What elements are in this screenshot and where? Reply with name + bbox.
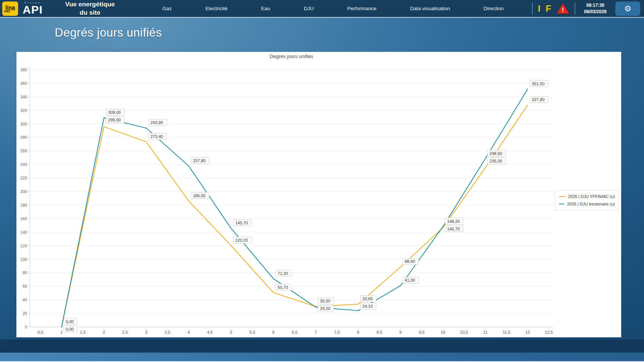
- y-axis-label: 380: [20, 67, 27, 72]
- legend-swatch: [559, 196, 566, 197]
- api-logo-text: API: [23, 3, 43, 16]
- header-divider: [575, 3, 575, 15]
- y-axis-label: 80: [23, 270, 27, 275]
- data-label: 145,70: [235, 221, 248, 225]
- data-label: 61,00: [405, 278, 415, 282]
- data-label: 186,00: [193, 193, 206, 198]
- date-display: 06/03/2026: [581, 9, 610, 15]
- warning-icon[interactable]: !: [556, 3, 569, 14]
- y-axis-label: 320: [20, 108, 27, 113]
- lina-logo-text: lina: [5, 5, 15, 10]
- x-axis-label: 9: [400, 330, 402, 334]
- indicator-i: I: [538, 4, 541, 13]
- data-label: 351,50: [532, 81, 545, 86]
- data-label: 24,10: [362, 304, 373, 308]
- nav-item-data-visualisation[interactable]: Data visualisation: [410, 6, 450, 11]
- top-nav-bar: lina PRO Groupe API Vue energétique du s…: [0, 0, 644, 18]
- legend-item-2025-dju-yffiniac-u-[interactable]: 2025 | DJU YFFINIAC (u): [559, 194, 615, 199]
- x-axis-label: 10,5: [460, 330, 468, 334]
- x-axis-label: 5,5: [249, 330, 255, 334]
- data-label: 88,60: [405, 259, 415, 264]
- legend-label: 2025 | DJU trentenaire (u): [567, 202, 615, 206]
- x-axis-label: 4,5: [207, 330, 213, 334]
- nav-item-electricit-[interactable]: Electricité: [205, 6, 227, 11]
- x-axis-label: 3: [145, 330, 148, 334]
- legend-item-2025-dju-trentenaire-u-[interactable]: 2025 | DJU trentenaire (u): [559, 202, 615, 206]
- y-axis-label: 20: [23, 311, 27, 316]
- x-axis-label: 2,5: [122, 330, 128, 334]
- x-axis-label: 10: [441, 330, 445, 334]
- main-nav: GazElectricitéEauDJUPerformanceData visu…: [131, 6, 532, 11]
- x-axis-label: 1: [60, 330, 63, 334]
- data-label: 146,70: [447, 227, 460, 231]
- x-axis-label: 9,5: [419, 330, 424, 334]
- chart-legend: 2025 | DJU YFFINIAC (u)2025 | DJU trente…: [555, 190, 619, 210]
- data-label: 0,00: [66, 319, 74, 324]
- header-divider: [532, 3, 533, 15]
- nav-item-gaz[interactable]: Gaz: [163, 6, 172, 11]
- data-label: 33,60: [362, 296, 373, 301]
- x-axis-label: 2: [103, 330, 105, 334]
- app-title: Vue energétique du site: [49, 0, 131, 17]
- y-axis-label: 60: [23, 284, 27, 288]
- x-axis-label: 11: [483, 330, 487, 334]
- x-axis-label: 6,5: [292, 330, 297, 334]
- nav-item-performance[interactable]: Performance: [347, 6, 377, 11]
- indicator-f: F: [546, 4, 551, 13]
- clock: 08:17:30 06/03/2026: [581, 2, 610, 14]
- y-axis-label: 0: [25, 325, 27, 329]
- time-display: 08:17:30: [581, 2, 610, 8]
- x-axis-label: 8,5: [377, 330, 382, 334]
- y-axis-label: 340: [20, 95, 27, 99]
- svg-text:!: !: [562, 7, 564, 13]
- nav-item-dju[interactable]: DJU: [304, 6, 314, 11]
- data-label: 293,80: [151, 120, 163, 125]
- x-axis-label: 11,5: [503, 330, 510, 334]
- footer-bar: [0, 352, 644, 361]
- page-title: Degrés jours unifiés: [55, 26, 162, 40]
- x-axis-label: 1,5: [80, 330, 86, 334]
- y-axis-label: 360: [20, 81, 27, 86]
- y-axis-label: 220: [20, 176, 27, 180]
- data-label: 30,30: [320, 299, 330, 303]
- y-axis-label: 260: [20, 149, 27, 153]
- y-axis-label: 160: [20, 216, 27, 221]
- footer-strip: [0, 339, 644, 352]
- data-label: 248,50: [489, 151, 502, 156]
- data-label: 327,80: [532, 97, 545, 102]
- lina-logo-sub: PRO: [4, 10, 10, 13]
- x-axis-label: 6: [272, 330, 275, 334]
- x-axis-label: 8: [357, 330, 359, 334]
- data-label: 120,20: [235, 238, 248, 242]
- x-axis-label: 5: [230, 330, 232, 334]
- data-label: 295,90: [108, 118, 121, 122]
- gear-icon: ⚙: [624, 4, 632, 13]
- x-axis-label: 7: [315, 330, 317, 334]
- data-label: 29,20: [320, 306, 330, 311]
- data-label: 50,70: [278, 285, 288, 290]
- data-label: 71,30: [278, 271, 288, 276]
- header-right: I F ! 08:17:30 06/03/2026 ⚙: [532, 2, 640, 16]
- x-axis-label: 3,5: [164, 330, 170, 334]
- y-axis-label: 300: [20, 122, 27, 126]
- lina-pro-logo: lina PRO: [2, 2, 18, 16]
- y-axis-label: 40: [23, 298, 27, 302]
- legend-label: 2025 | DJU YFFINIAC (u): [568, 194, 615, 199]
- series-line-2025-dju-trentenaire-u-: [61, 89, 527, 327]
- settings-button[interactable]: ⚙: [615, 2, 640, 16]
- groupe-api-logo: Groupe API: [23, 2, 43, 15]
- x-axis-label: 7,5: [334, 330, 340, 334]
- chart-title: Degrés jours unifiés: [270, 54, 313, 59]
- data-label: 309,00: [108, 110, 121, 115]
- x-axis-label: 0,5: [37, 330, 43, 334]
- nav-item-eau[interactable]: Eau: [261, 6, 270, 11]
- y-axis-label: 180: [20, 203, 27, 207]
- nav-item-direction[interactable]: Direction: [484, 6, 504, 11]
- data-label: 273,40: [151, 134, 163, 139]
- y-axis-label: 280: [20, 135, 27, 140]
- x-axis-label: 12: [525, 330, 530, 334]
- page-content: Degrés jours unifiés Degrés jours unifié…: [0, 18, 644, 361]
- dju-line-chart: Degrés jours unifiés02040608010012014016…: [17, 52, 621, 337]
- y-axis-label: 140: [20, 230, 27, 235]
- data-label: 0,00: [66, 327, 74, 331]
